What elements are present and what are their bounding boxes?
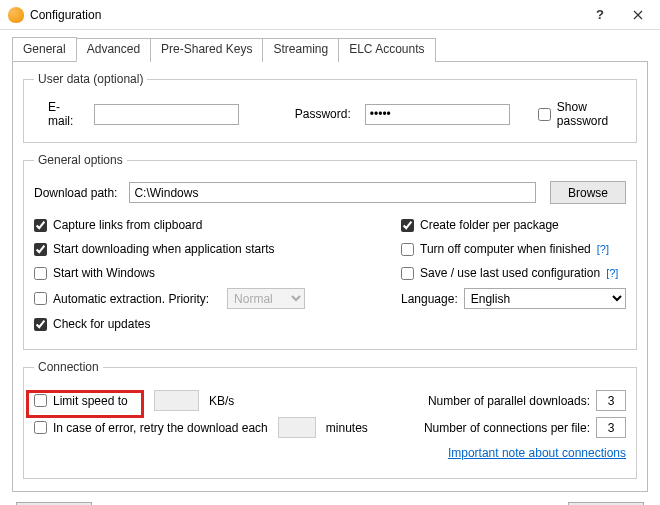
app-icon xyxy=(8,7,24,23)
connections-per-file-label: Number of connections per file: xyxy=(424,421,590,435)
tab-advanced[interactable]: Advanced xyxy=(76,38,151,62)
browse-button[interactable]: Browse xyxy=(550,181,626,204)
auto-extraction-label: Automatic extraction. Priority: xyxy=(53,292,209,306)
close-button[interactable] xyxy=(615,0,660,30)
tab-elc-accounts[interactable]: ELC Accounts xyxy=(338,38,435,62)
create-folder-check[interactable] xyxy=(401,219,414,232)
start-downloading-label: Start downloading when application start… xyxy=(53,242,274,256)
check-updates-checkbox[interactable]: Check for updates xyxy=(34,317,150,331)
save-last-config-check[interactable] xyxy=(401,267,414,280)
limit-speed-label: Limit speed to xyxy=(53,394,128,408)
connections-note-link[interactable]: Important note about connections xyxy=(448,446,626,460)
turn-off-checkbox[interactable]: Turn off computer when finished xyxy=(401,242,591,256)
group-user-data-legend: User data (optional) xyxy=(34,72,147,86)
group-general-options: General options Download path: Browse Ca… xyxy=(23,153,637,350)
check-updates-label: Check for updates xyxy=(53,317,150,331)
options-right-col: Create folder per package Turn off compu… xyxy=(401,210,626,339)
save-last-config-label: Save / use last used configuration xyxy=(420,266,600,280)
limit-speed-check[interactable] xyxy=(34,394,47,407)
capture-links-check[interactable] xyxy=(34,219,47,232)
language-label: Language: xyxy=(401,292,458,306)
show-password-checkbox[interactable]: Show password xyxy=(538,100,626,128)
parallel-downloads-label: Number of parallel downloads: xyxy=(428,394,590,408)
start-with-windows-check[interactable] xyxy=(34,267,47,280)
retry-check[interactable] xyxy=(34,421,47,434)
save-last-config-checkbox[interactable]: Save / use last used configuration xyxy=(401,266,600,280)
close-icon xyxy=(633,10,643,20)
retry-minutes-input[interactable] xyxy=(278,417,316,438)
options-left-col: Capture links from clipboard Start downl… xyxy=(34,210,381,339)
save-last-help-link[interactable]: [?] xyxy=(606,267,618,279)
limit-speed-input[interactable] xyxy=(154,390,199,411)
turn-off-help-link[interactable]: [?] xyxy=(597,243,609,255)
download-path-input[interactable] xyxy=(129,182,536,203)
auto-extraction-checkbox[interactable]: Automatic extraction. Priority: xyxy=(34,292,209,306)
capture-links-label: Capture links from clipboard xyxy=(53,218,202,232)
start-downloading-checkbox[interactable]: Start downloading when application start… xyxy=(34,242,274,256)
tab-general[interactable]: General xyxy=(12,37,77,61)
group-general-options-legend: General options xyxy=(34,153,127,167)
capture-links-checkbox[interactable]: Capture links from clipboard xyxy=(34,218,202,232)
language-select[interactable]: English xyxy=(464,288,626,309)
email-label: E-mail: xyxy=(48,100,80,128)
tab-panel-general: User data (optional) E-mail: Password: S… xyxy=(12,61,648,492)
tab-list: General Advanced Pre-Shared Keys Streami… xyxy=(12,37,648,62)
turn-off-label: Turn off computer when finished xyxy=(420,242,591,256)
retry-label: In case of error, retry the download eac… xyxy=(53,421,268,435)
help-button[interactable]: ? xyxy=(585,0,615,30)
show-password-check[interactable] xyxy=(538,108,551,121)
show-password-label: Show password xyxy=(557,100,626,128)
check-updates-check[interactable] xyxy=(34,318,47,331)
tab-streaming[interactable]: Streaming xyxy=(262,38,339,62)
email-input[interactable] xyxy=(94,104,239,125)
download-path-label: Download path: xyxy=(34,186,117,200)
limit-speed-checkbox[interactable]: Limit speed to xyxy=(34,394,144,408)
titlebar: Configuration ? xyxy=(0,0,660,30)
start-with-windows-label: Start with Windows xyxy=(53,266,155,280)
parallel-downloads-input[interactable] xyxy=(596,390,626,411)
connections-per-file-input[interactable] xyxy=(596,417,626,438)
group-user-data: User data (optional) E-mail: Password: S… xyxy=(23,72,637,143)
start-with-windows-checkbox[interactable]: Start with Windows xyxy=(34,266,155,280)
group-connection-legend: Connection xyxy=(34,360,103,374)
create-folder-checkbox[interactable]: Create folder per package xyxy=(401,218,559,232)
password-label: Password: xyxy=(295,107,351,121)
password-input[interactable] xyxy=(365,104,510,125)
priority-select[interactable]: Normal xyxy=(227,288,305,309)
create-folder-label: Create folder per package xyxy=(420,218,559,232)
limit-speed-units: KB/s xyxy=(209,394,234,408)
retry-checkbox[interactable]: In case of error, retry the download eac… xyxy=(34,421,268,435)
turn-off-check[interactable] xyxy=(401,243,414,256)
auto-extraction-check[interactable] xyxy=(34,292,47,305)
retry-units: minutes xyxy=(326,421,368,435)
window-title: Configuration xyxy=(30,8,101,22)
tab-preshared-keys[interactable]: Pre-Shared Keys xyxy=(150,38,263,62)
group-connection: Connection Limit speed to KB/s xyxy=(23,360,637,479)
start-downloading-check[interactable] xyxy=(34,243,47,256)
